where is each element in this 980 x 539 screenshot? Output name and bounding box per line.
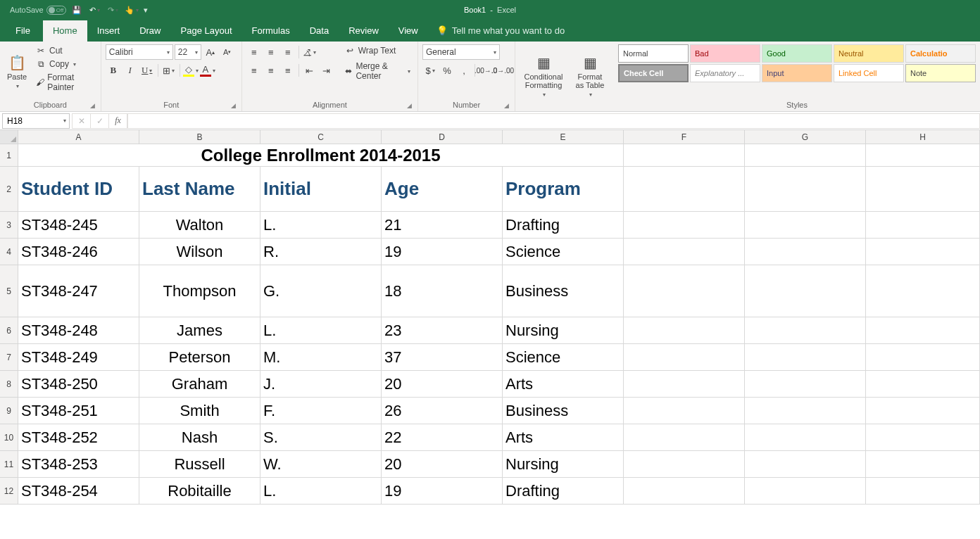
cell-B4[interactable]: Wilson [139, 239, 260, 265]
row-header[interactable]: 8 [0, 371, 18, 398]
borders-button[interactable]: ⊞▾ [161, 63, 177, 78]
style-note[interactable]: Note [905, 64, 976, 82]
cell-H2[interactable] [866, 167, 980, 212]
style-input[interactable]: Input [762, 64, 832, 82]
fx-icon[interactable]: fx [109, 114, 127, 128]
paste-button[interactable]: 📋 Paste▾ [4, 44, 30, 99]
cell-A6[interactable]: ST348-248 [18, 317, 139, 344]
cell-G4[interactable] [745, 239, 866, 265]
cell-B7[interactable]: Peterson [139, 344, 260, 371]
bold-button[interactable]: B [106, 63, 121, 78]
decrease-indent-icon[interactable]: ⇤ [302, 63, 318, 78]
cell-G10[interactable] [745, 424, 866, 451]
redo-icon[interactable]: ↷▾ [106, 2, 121, 18]
wrap-text-button[interactable]: ↩Wrap Text [341, 44, 413, 57]
qat-customize-icon[interactable]: ▾ [144, 6, 148, 15]
cell-F6[interactable] [624, 317, 745, 344]
cell-G5[interactable] [745, 265, 866, 317]
row-header[interactable]: 6 [0, 317, 18, 344]
undo-icon[interactable]: ↶▾ [87, 2, 103, 18]
dialog-launcher-icon[interactable]: ◢ [504, 102, 509, 109]
style-good[interactable]: Good [762, 44, 832, 63]
style-neutral[interactable]: Neutral [834, 44, 904, 63]
cell-B11[interactable]: Russell [139, 451, 260, 478]
cell-F7[interactable] [624, 344, 745, 371]
row-header[interactable]: 5 [0, 265, 18, 317]
cell-F4[interactable] [624, 239, 745, 265]
cell-C12[interactable]: L. [260, 478, 382, 505]
cell-F3[interactable] [624, 212, 745, 239]
column-header-G[interactable]: G [745, 130, 866, 144]
cell-F8[interactable] [624, 371, 745, 398]
fill-color-button[interactable]: ◇▾ [183, 63, 199, 78]
tab-formulas[interactable]: Formulas [242, 20, 300, 42]
comma-icon[interactable]: , [456, 63, 472, 78]
cell-A5[interactable]: ST348-247 [18, 265, 139, 317]
cell-E3[interactable]: Drafting [503, 212, 624, 239]
tab-review[interactable]: Review [339, 20, 389, 42]
cell-C3[interactable]: L. [260, 212, 382, 239]
cell-H5[interactable] [866, 265, 980, 317]
cell-A12[interactable]: ST348-254 [18, 478, 139, 505]
column-header-F[interactable]: F [624, 130, 745, 144]
format-painter-button[interactable]: 🖌Format Painter [32, 71, 96, 94]
cell-D11[interactable]: 20 [382, 451, 503, 478]
cell-A7[interactable]: ST348-249 [18, 344, 139, 371]
cell-D3[interactable]: 21 [382, 212, 503, 239]
align-right-icon[interactable]: ≡ [280, 63, 296, 78]
decrease-decimal-icon[interactable]: .0→.00 [495, 63, 510, 78]
cell-B8[interactable]: Graham [139, 371, 260, 398]
column-header-B[interactable]: B [139, 130, 260, 144]
row-header[interactable]: 11 [0, 451, 18, 478]
percent-icon[interactable]: % [439, 63, 455, 78]
cell-G6[interactable] [745, 317, 866, 344]
cell-F10[interactable] [624, 424, 745, 451]
cell-G1[interactable] [745, 144, 866, 167]
cell-H11[interactable] [866, 451, 980, 478]
style-bad[interactable]: Bad [690, 44, 760, 63]
cancel-icon[interactable]: ✕ [73, 114, 91, 128]
cell-H4[interactable] [866, 239, 980, 265]
cell-G8[interactable] [745, 371, 866, 398]
tab-data[interactable]: Data [300, 20, 339, 42]
cell-C11[interactable]: W. [260, 451, 382, 478]
cell-C8[interactable]: J. [260, 371, 382, 398]
cell-A2[interactable]: Student ID [18, 167, 139, 212]
style-linked-cell[interactable]: Linked Cell [834, 64, 904, 82]
tab-view[interactable]: View [389, 20, 428, 42]
cell-F2[interactable] [624, 167, 745, 212]
font-size-select[interactable]: 22▾ [175, 44, 201, 60]
font-name-select[interactable]: Calibri▾ [106, 44, 173, 60]
row-header[interactable]: 10 [0, 424, 18, 451]
cell-B12[interactable]: Robitaille [139, 478, 260, 505]
style-calculation[interactable]: Calculatio [905, 44, 976, 63]
tab-file[interactable]: File [3, 20, 43, 42]
cell-C10[interactable]: S. [260, 424, 382, 451]
cell-A11[interactable]: ST348-253 [18, 451, 139, 478]
cell-C9[interactable]: F. [260, 398, 382, 424]
cell-D7[interactable]: 37 [382, 344, 503, 371]
row-header[interactable]: 7 [0, 344, 18, 371]
row-header[interactable]: 2 [0, 167, 18, 212]
cell-A9[interactable]: ST348-251 [18, 398, 139, 424]
cell-B6[interactable]: James [139, 317, 260, 344]
currency-icon[interactable]: $▾ [422, 63, 438, 78]
cell-A10[interactable]: ST348-252 [18, 424, 139, 451]
column-header-H[interactable]: H [866, 130, 980, 144]
format-as-table-button[interactable]: ▦ Format as Table ▾ [570, 44, 610, 108]
cell-B9[interactable]: Smith [139, 398, 260, 424]
cell-F1[interactable] [624, 144, 745, 167]
row-header[interactable]: 3 [0, 212, 18, 239]
merge-center-button[interactable]: ⬌Merge & Center ▾ [341, 60, 413, 82]
font-color-button[interactable]: A▾ [200, 63, 215, 78]
row-header[interactable]: 9 [0, 398, 18, 424]
align-middle-icon[interactable]: ≡ [263, 44, 279, 60]
conditional-formatting-button[interactable]: ▦ Conditional Formatting ▾ [520, 44, 567, 108]
cell-D6[interactable]: 23 [382, 317, 503, 344]
column-header-E[interactable]: E [503, 130, 624, 144]
row-header[interactable]: 1 [0, 144, 18, 167]
cell-A8[interactable]: ST348-250 [18, 371, 139, 398]
cell-H10[interactable] [866, 424, 980, 451]
cell-C7[interactable]: M. [260, 344, 382, 371]
enter-icon[interactable]: ✓ [91, 114, 109, 128]
